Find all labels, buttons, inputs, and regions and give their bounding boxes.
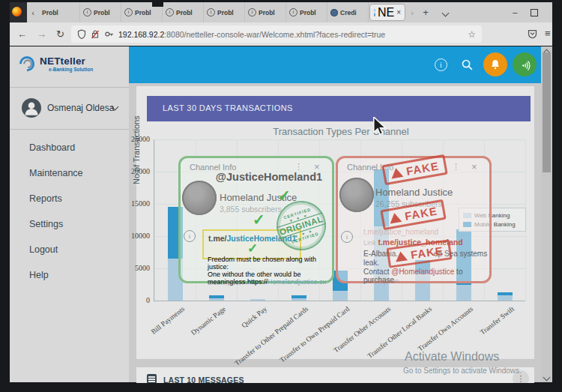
back-button[interactable]: ←: [17, 28, 27, 40]
scroll-down-icon[interactable]: [543, 374, 551, 382]
desktop-edge-right: [552, 0, 562, 392]
description-link[interactable]: Homelandjustice.cx: [268, 278, 326, 286]
saved-password-key-icon[interactable]: [104, 29, 114, 39]
info-tab-icon: i: [289, 8, 297, 16]
tab-problem-1[interactable]: Probl: [39, 2, 80, 22]
tab-problem-2[interactable]: iProbl: [80, 2, 121, 22]
page-scrollbar[interactable]: [541, 46, 552, 382]
info-tab-icon: i: [166, 8, 174, 16]
sidebar-menu: DashboardMaintenanceReportsSettingsLogou…: [10, 135, 129, 288]
channel-info-popup-original: Channel Info ⋮ × @JusticeHomeland1 Homel…: [178, 156, 334, 283]
subscriber-count: 3,855 subscribers: [220, 205, 282, 214]
tab-problem-6[interactable]: iProbl: [245, 2, 286, 22]
tab-label: Probl: [217, 9, 234, 16]
info-icon[interactable]: i: [435, 58, 447, 71]
tab-scroll-right-button[interactable]: ›: [405, 8, 419, 17]
bar-web-banking[interactable]: [250, 299, 265, 301]
navigation-bar: ← → ↻ 192.168.92.2:8080/netteller-consol…: [10, 22, 552, 46]
warning-triangle-icon: [394, 250, 408, 262]
address-bar[interactable]: 192.168.92.2:8080/netteller-console-war/…: [71, 25, 482, 43]
card-title-banner: LAST 30 DAYS TRANSACTIONS: [147, 96, 531, 121]
minimize-button[interactable]: –: [513, 8, 517, 16]
sidebar-item-reports[interactable]: Reports: [10, 186, 129, 211]
desktop-edge-left: [0, 0, 10, 392]
netteller-logo-icon: [17, 52, 37, 72]
app-header: i: [129, 46, 541, 83]
user-name: Osmenaj Oldesa: [47, 103, 114, 113]
globe-icon: [330, 9, 338, 16]
logo-block: NETteller e-Banking Solution: [10, 46, 129, 88]
notifications-button[interactable]: [483, 52, 507, 76]
sidebar-item-logout[interactable]: Logout: [10, 237, 129, 262]
bar-web-banking[interactable]: [209, 298, 224, 301]
y-tick-label: 25000: [120, 135, 150, 143]
bar-web-banking[interactable]: [498, 295, 513, 301]
tabs-container: ProbliProbliProbliProbliProbliProbliProb…: [39, 2, 369, 22]
verified-check-icon: ✓: [253, 211, 265, 229]
fake-stamp: FAKE: [381, 154, 447, 185]
tab-problem-7[interactable]: iProbl: [286, 2, 327, 22]
app-menu-button[interactable]: ≡: [545, 28, 551, 39]
info-tab-icon: i: [248, 8, 256, 16]
sidebar-item-help[interactable]: Help: [10, 262, 129, 288]
gridline-v: [154, 139, 155, 301]
fake-stamp-text: FAKE: [404, 204, 438, 222]
user-menu[interactable]: Osmenaj Oldesa: [10, 88, 129, 130]
sidebar-item-dashboard[interactable]: Dashboard: [10, 135, 129, 160]
logo-title: NETteller: [40, 55, 85, 67]
forward-button[interactable]: →: [37, 28, 46, 40]
url-text: 192.168.92.2:8080/netteller-console-war/…: [118, 30, 385, 39]
close-icon[interactable]: ×: [471, 161, 477, 172]
channel-avatar: [182, 181, 217, 215]
search-icon[interactable]: [461, 58, 474, 71]
tab-label: Probl: [259, 9, 275, 16]
screen: ‹ ProbliProbliProbliProbliProbliProbliPr…: [0, 0, 562, 392]
bell-icon: [489, 58, 501, 70]
channel-info-popup-fake: Channel Info ⋮ × Homeland Justice 26,255…: [336, 156, 492, 283]
channel-avatar: [339, 178, 374, 212]
sidebar: NETteller e-Banking Solution Osmenaj Old…: [10, 46, 129, 382]
description-label: Description: [363, 277, 399, 285]
channel-name: Homeland Justice: [375, 187, 453, 198]
bar-web-banking[interactable]: [333, 291, 348, 301]
tooltip-info-icon: i: [341, 231, 353, 243]
info-tab-icon: i: [124, 8, 133, 16]
shield-permissions-icon[interactable]: [77, 29, 86, 39]
tab-problem-5[interactable]: iProbl: [204, 2, 245, 22]
reload-button[interactable]: ↻: [56, 28, 64, 40]
tab-bar: ‹ ProbliProbliProbliProbliProbliProbliPr…: [27, 2, 552, 22]
warning-triangle-icon: [390, 167, 403, 179]
tab-label: Probl: [135, 9, 151, 16]
tab-problem-4[interactable]: iProbl: [163, 2, 204, 22]
bar-web-banking[interactable]: [456, 285, 471, 301]
tab-label: Probl: [94, 9, 110, 16]
warning-triangle-icon: [388, 212, 402, 224]
live-status-button[interactable]: [513, 52, 537, 76]
tab-close-icon[interactable]: ×: [396, 8, 401, 16]
list-tabs-button[interactable]: [438, 8, 452, 17]
contact-handle[interactable]: @Homelandjustice: [391, 268, 454, 276]
restore-button[interactable]: [531, 9, 538, 16]
url-path: :8080/netteller-console-war/Welcome.xhtm…: [164, 30, 385, 39]
scrollbar-thumb[interactable]: [543, 52, 551, 172]
tab-scroll-left-button[interactable]: ‹: [27, 8, 39, 17]
channel-handle: @JusticeHomeland1: [211, 171, 327, 183]
insecure-lock-icon[interactable]: [91, 29, 100, 39]
bar-web-banking[interactable]: [291, 298, 306, 301]
y-tick-label: 5000: [120, 264, 150, 272]
y-tick-label: 15000: [120, 199, 150, 208]
bookmark-star-icon[interactable]: ☆: [468, 29, 476, 40]
sidebar-item-settings[interactable]: Settings: [10, 211, 129, 237]
tab-netteller-active[interactable]: NE ×: [369, 4, 405, 21]
description-text-line: Freedom must be chosen along with justic…: [208, 256, 332, 271]
firefox-logo-icon: [12, 7, 22, 16]
verified-check-icon: ✓: [247, 241, 258, 256]
sidebar-item-maintenance[interactable]: Maintenance: [10, 160, 129, 186]
tab-credential[interactable]: Credi: [327, 2, 369, 22]
new-tab-button[interactable]: +: [419, 7, 432, 18]
pocket-icon[interactable]: [527, 28, 538, 40]
channel-link-faint: t.me/justice_homeland: [363, 228, 438, 236]
chart-title: Transaction Types Per Channel: [225, 126, 457, 137]
kebab-menu-icon[interactable]: ⋮: [452, 162, 460, 172]
card-title: LAST 30 DAYS TRANSACTIONS: [163, 103, 293, 112]
